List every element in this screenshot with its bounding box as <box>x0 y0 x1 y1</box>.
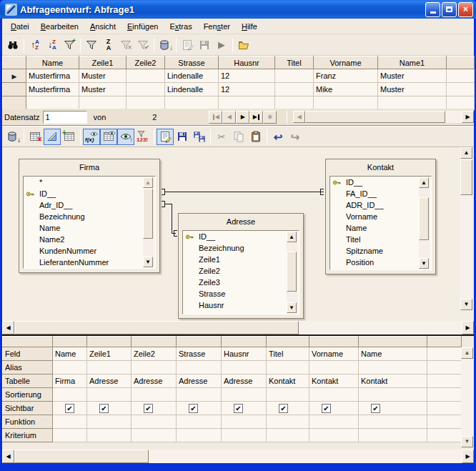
design-grid-horizontal-scrollbar[interactable]: ◀ ▶ <box>2 450 474 463</box>
scrollbar-thumb[interactable] <box>419 197 429 240</box>
scroll-down-button[interactable]: ▼ <box>419 258 429 269</box>
row-selector-current[interactable]: ▶ <box>3 69 26 83</box>
cell[interactable]: Muster <box>378 69 447 83</box>
tabelle-cell[interactable]: Firma <box>53 375 87 388</box>
funktion-cell[interactable] <box>87 415 132 429</box>
sortierung-cell[interactable] <box>87 388 132 402</box>
list-scrollbar[interactable]: ▲ ▼ <box>287 232 298 313</box>
open-database-button[interactable] <box>235 36 252 53</box>
scroll-up-button[interactable]: ▲ <box>287 232 297 242</box>
funktion-cell[interactable] <box>267 415 309 429</box>
alias-cell[interactable] <box>267 361 309 375</box>
field-item[interactable]: Bezeichnung <box>24 211 155 222</box>
feld-cell[interactable]: Titel <box>267 347 309 361</box>
remove-table-button[interactable]: ✕ <box>26 129 44 145</box>
scroll-down-button[interactable]: ▼ <box>460 299 472 310</box>
field-item[interactable]: Position <box>330 257 431 268</box>
alias-cell[interactable] <box>87 361 132 375</box>
design-column-header[interactable] <box>222 337 267 347</box>
field-item[interactable]: Name2 <box>24 234 155 245</box>
field-item[interactable]: Zeile1 <box>183 254 299 265</box>
table-box-adresse[interactable]: Adresse ID__ Bezeichnung Zeile1 Zeile2 Z… <box>178 213 304 319</box>
field-item[interactable]: Titel <box>330 234 431 245</box>
sichtbar-checkbox[interactable]: ✔ <box>189 404 198 413</box>
funktion-cell[interactable] <box>177 415 222 429</box>
undo-button[interactable]: ↩ <box>269 129 287 145</box>
sortierung-cell[interactable] <box>132 388 177 402</box>
cell[interactable]: Franz <box>314 69 378 83</box>
kriterium-cell[interactable] <box>222 429 267 442</box>
scroll-left-button[interactable]: ◀ <box>2 450 14 463</box>
cell[interactable]: Musterfirma <box>26 83 79 96</box>
feld-cell[interactable]: Name <box>53 347 87 361</box>
table-title[interactable]: Adresse <box>179 214 303 229</box>
cell[interactable]: 12 <box>219 69 275 83</box>
funktion-cell[interactable] <box>222 415 267 429</box>
funktion-cell[interactable] <box>132 415 177 429</box>
kriterium-cell[interactable] <box>359 429 427 442</box>
sortierung-cell[interactable] <box>53 388 87 402</box>
scroll-right-button[interactable]: ▶ <box>462 321 474 334</box>
cell[interactable] <box>127 69 165 83</box>
join-line-firma-adresse[interactable] <box>172 204 172 234</box>
alias-cell[interactable] <box>177 361 222 375</box>
join-line-firma-kontakt[interactable] <box>165 192 324 192</box>
cell[interactable]: Muster <box>79 83 127 96</box>
sort-descending-button[interactable]: ↓ZA <box>44 36 61 53</box>
add-table-button[interactable]: + <box>61 129 78 145</box>
cell[interactable]: Mike <box>314 83 378 96</box>
kriterium-cell[interactable] <box>309 429 359 442</box>
tabelle-cell[interactable]: Adresse <box>132 375 177 388</box>
save-record-button[interactable] <box>196 36 213 53</box>
column-header[interactable]: Titel <box>275 56 314 69</box>
kriterium-cell[interactable] <box>177 429 222 442</box>
tabelle-cell[interactable]: Kontakt <box>309 375 359 388</box>
filter-button[interactable] <box>83 36 100 53</box>
menu-fenster[interactable]: Fenster <box>198 21 236 32</box>
sort-za-button[interactable]: ZA <box>100 36 117 53</box>
diagram-horizontal-scrollbar[interactable]: ◀ ▶ <box>2 321 474 334</box>
field-item[interactable]: KundenNummer <box>24 245 155 257</box>
scroll-up-button[interactable]: ▲ <box>461 347 473 359</box>
field-item[interactable]: Name <box>24 222 155 234</box>
design-column-header[interactable] <box>267 337 309 347</box>
db-download-button[interactable]: ↓ <box>4 129 21 145</box>
column-header[interactable]: Strasse <box>165 56 219 69</box>
alias-cell[interactable] <box>53 361 87 375</box>
design-column-header[interactable] <box>53 337 87 347</box>
sortierung-cell[interactable] <box>359 388 427 402</box>
menu-einfuegen[interactable]: Einfügen <box>122 21 164 32</box>
design-column-header[interactable] <box>177 337 222 347</box>
design-column-header[interactable] <box>87 337 132 347</box>
field-item[interactable]: Zeile3 <box>183 277 299 288</box>
new-record-button[interactable]: ∗ <box>263 111 277 124</box>
list-scrollbar[interactable]: ▲ ▼ <box>419 177 430 269</box>
sichtbar-checkbox[interactable]: ✔ <box>234 404 243 413</box>
last-record-button[interactable]: ▶ <box>249 111 263 124</box>
first-record-button[interactable]: ◀ <box>209 111 222 124</box>
previous-record-button[interactable]: ◀ <box>222 111 236 124</box>
feld-cell[interactable]: Name <box>359 347 427 361</box>
feld-cell[interactable]: Vorname <box>309 347 359 361</box>
feld-cell[interactable]: Zeile2 <box>132 347 177 361</box>
funktion-cell[interactable] <box>359 415 427 429</box>
diagram-vertical-scrollbar[interactable]: ▲ ▼ <box>460 147 472 310</box>
kriterium-cell[interactable] <box>87 429 132 442</box>
tabelle-cell[interactable]: Adresse <box>177 375 222 388</box>
tabelle-cell[interactable]: Kontakt <box>267 375 309 388</box>
tabelle-cell[interactable]: Adresse <box>222 375 267 388</box>
find-button[interactable] <box>4 36 21 53</box>
table-box-firma[interactable]: Firma * ID__ Adr_ID__ Bezeichnung Name N… <box>19 159 160 273</box>
cell[interactable]: 12 <box>219 83 275 96</box>
sort-ascending-button[interactable]: ↑AZ <box>26 36 44 53</box>
refresh-data-button[interactable]: ↓ <box>157 36 174 53</box>
cell[interactable]: Lindenalle <box>165 69 219 83</box>
feld-cell[interactable]: Zeile1 <box>87 347 132 361</box>
scrollbar-thumb[interactable] <box>143 189 153 239</box>
field-item[interactable]: Bezeichnung <box>183 242 299 254</box>
field-item[interactable]: Vorname <box>330 211 431 222</box>
kriterium-cell[interactable] <box>132 429 177 442</box>
table-box-kontakt[interactable]: Kontakt ID__ FA_ID__ ADR_ID__ Vorname Na… <box>325 159 436 274</box>
sichtbar-checkbox[interactable]: ✔ <box>65 404 74 413</box>
design-grid-vertical-scrollbar[interactable]: ▲ ▼ <box>461 347 473 447</box>
